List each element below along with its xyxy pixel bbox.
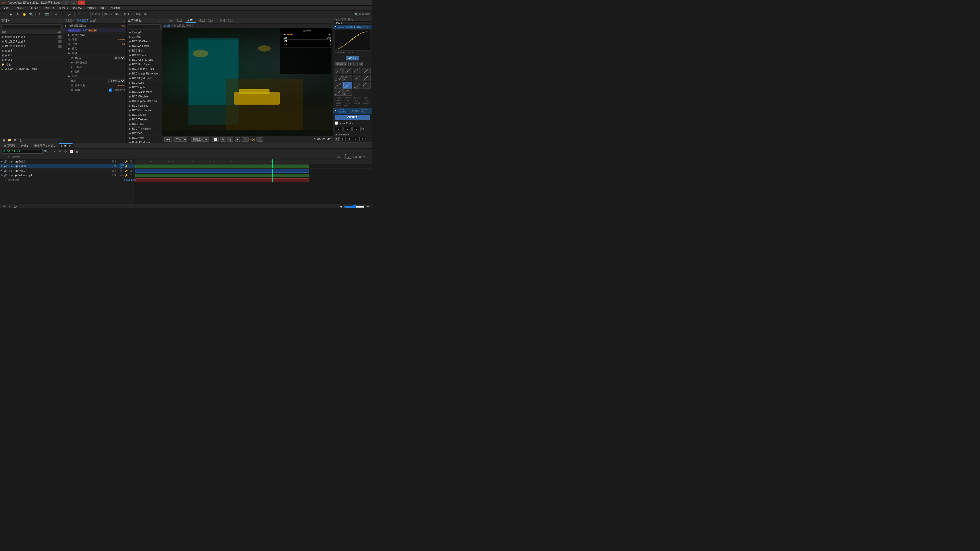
effect-category[interactable]: ▶BCC Particles [127,103,162,108]
prop-color-ratio[interactable]: ▶ 色彩比 [63,65,126,69]
close-update-button[interactable]: ✕ [334,25,337,28]
tab-composition[interactable]: 合成 [175,19,183,22]
tl-zoom-in-button[interactable]: ◀ [339,205,343,208]
effect-category[interactable]: ▶BCC Time [127,122,162,127]
project-menu-icon[interactable]: ≡ [60,19,62,22]
interp-quadin[interactable] [334,75,343,81]
layer-expand-icon[interactable]: ▶ [11,160,14,163]
effect-category[interactable]: ▶BCC 3D Objects [127,39,162,44]
effect-category[interactable]: ▶BCC Lens [127,81,162,85]
interp-quadout[interactable] [343,75,352,81]
prop-radius[interactable]: 半径 500.00 [63,37,126,42]
expand-sat[interactable]: ▶ [71,61,73,64]
layer-4[interactable]: 👁 🔊 4 ▶ ▶ Valoran...p4 正常 Alpha 🔑 无 [0,173,135,178]
new-layer-button[interactable]: + [52,149,57,154]
layer-bar-2[interactable] [135,169,309,173]
alpha-checkbox[interactable] [109,89,112,92]
new-folder-button[interactable]: 📁 [7,138,12,142]
snapshot-button[interactable]: 📷 [242,137,248,141]
toggle-transparency-button[interactable]: ⬜ [212,137,219,141]
z-coord-input[interactable] [352,127,361,131]
effect-category[interactable]: ▶BCC Browser [127,53,162,58]
tl-zoom-out-button[interactable]: ▶ [366,205,370,208]
effect-category[interactable]: ▶BCC Grads & Tints [127,67,162,71]
menu-edit[interactable]: 编辑(E) [15,6,28,11]
custom-move-2[interactable] [346,137,352,141]
project-item[interactable]: 📁 纯色 [0,62,63,67]
effect-category[interactable]: ▶BCC Image Restoration [127,71,162,76]
interp-easein[interactable] [343,68,352,74]
effect-category[interactable]: ▶BCC Blur [127,48,162,53]
render-button[interactable]: ▶ [235,137,240,141]
custom-move-plus[interactable]: + [334,137,339,141]
effect-category[interactable]: ▶BCC Color & Tone [127,58,162,62]
toggle-overlay-button[interactable]: ◎ [228,137,233,141]
play-button[interactable]: ▶ [8,12,14,17]
quality-select[interactable]: 四分之一 完整 二分之一 [191,137,208,141]
menu-layer[interactable]: 图层(L) [43,6,56,11]
menu-help[interactable]: 帮助(H) [108,6,122,11]
prop-brightness[interactable]: 图像明度 100.0% [63,83,126,88]
tab-comp3[interactable]: 合成3 [186,18,196,23]
curve-display[interactable] [334,30,370,51]
duplicate-button[interactable]: ⧉ [58,149,62,154]
effect-category[interactable]: ▶BCC Lights [127,85,162,90]
effect-category[interactable]: ▶BCC VR [127,131,162,136]
tl-zoom-slider[interactable] [344,205,364,208]
layer-expand-icon[interactable]: ▶ [11,169,14,172]
effect-category[interactable]: ▶Boris FX Mocha [127,140,162,143]
effect-category[interactable]: ▶BCC Art Looks [127,44,162,48]
effect-category[interactable]: ▶BCC Film Style [127,62,162,67]
expand-icon[interactable]: ▶ [65,24,67,27]
layer-bar-3[interactable] [135,174,309,177]
tl-motion-blur-button[interactable]: ≈ [7,205,12,208]
interp-ease[interactable] [362,68,371,74]
settings-preset-button[interactable]: ⚙ [359,62,363,66]
project-item[interactable]: ▣ 合成 3 [0,48,63,53]
interp-cubic-active[interactable] [343,82,352,89]
presets-menu-icon[interactable]: ≡ [159,19,161,22]
rotate-tool[interactable]: ↻ [38,12,43,17]
text-tool[interactable]: T [60,12,66,17]
project-item[interactable]: ▣ 形状图层 1 合成 3 [0,35,63,39]
effect-category[interactable]: ▶BCC Perspective [127,108,162,113]
tl-3d-button[interactable]: 3D [13,205,18,208]
vis-icon[interactable]: 👁 [0,169,3,172]
prop-cancel[interactable]: 取消 (Alpha禁差) [63,88,126,92]
breadcrumb-shape-layer[interactable]: 形状图层1 合成3 [174,24,192,27]
layer-3[interactable]: 👁 🔊 3 ▶ ▣ 合成 3 正常 无 🔑 无 [0,168,135,173]
prop-view[interactable]: 视图 最终合成 [63,79,126,83]
effect-category[interactable]: ▶BCC Key & Blend [127,76,162,81]
menu-animation[interactable]: 动画(A) [70,6,84,11]
custom-move-1[interactable] [339,137,345,141]
home-button[interactable]: ⌂ [2,12,7,17]
details-link[interactable]: Details... [354,26,362,28]
delete-button[interactable]: 🗑 [18,138,23,142]
pen-tool[interactable]: ✏ [54,12,59,17]
camera-options-button[interactable]: 🎥 [256,137,263,141]
menu-window[interactable]: 窗口 [98,6,108,11]
custom-move-3[interactable] [353,137,359,141]
tab-layer-none[interactable]: 图层：(无） [198,19,216,22]
effect-category[interactable]: ▶BCC Stylize [127,113,162,118]
view-select[interactable]: 最终合成 [108,79,125,83]
layer-2[interactable]: 👁 🔊 2 ▶ ▣ 合成 3 正常 亮度分 🔑 无 [0,164,135,168]
x-coord-input[interactable] [334,127,343,131]
prop-render[interactable]: ▶ 渲染 [63,74,126,79]
brush-tool[interactable]: 🖌 [67,12,73,17]
effect-category[interactable]: ▶BCC Warp [127,136,162,140]
y-coord-input[interactable] [344,127,352,131]
graph-editor-button[interactable]: 📈 [69,149,73,154]
project-item[interactable]: ▣ 合成 1 [0,58,63,62]
vis-icon[interactable]: 👁 [0,160,3,163]
effect-category[interactable]: ▶BCC Obsolete [127,94,162,99]
panel-menu-icon[interactable]: ≡ [123,19,125,22]
timeline-bars[interactable]: 00:15 00:30 00:45 01:00 01:15 01:30 01:4… [135,159,372,203]
menu-file[interactable]: 文件(F) [1,6,14,11]
interp-quart2[interactable] [334,89,343,96]
menu-composition[interactable]: 合成(C) [29,6,42,11]
close-viewer-button[interactable]: ✕ [164,19,169,23]
interp-cubic2[interactable] [334,82,343,89]
info-tab[interactable]: 信息 [334,18,340,21]
add-preset-button[interactable]: + [348,62,352,66]
